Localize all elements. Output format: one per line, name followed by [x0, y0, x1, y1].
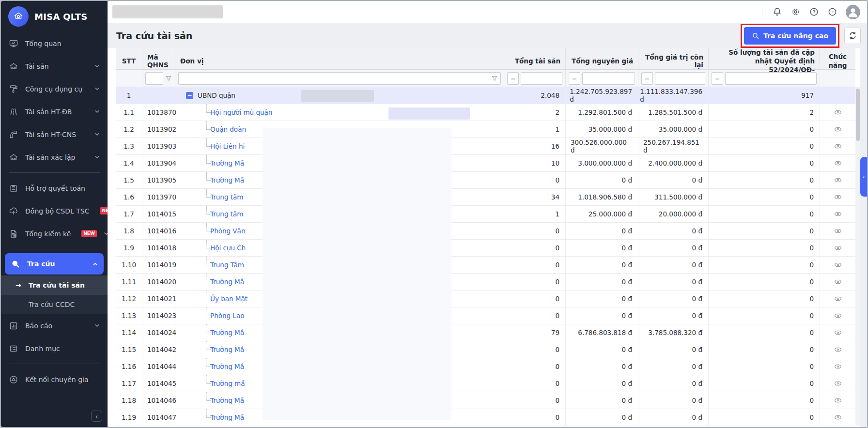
sidebar-item-tai-san[interactable]: Tài sản — [1, 55, 108, 77]
filter-funnel-icon[interactable] — [165, 75, 172, 82]
unit-link[interactable]: Trường Mầ — [210, 329, 244, 336]
expand-panel-handle[interactable]: ‹ — [860, 157, 867, 197]
view-detail-eye-button[interactable] — [833, 226, 843, 236]
sidebar-item-ket-noi-chuyen-gia[interactable]: Kết nối chuyên gia — [1, 368, 108, 391]
filter-operator-dropdown[interactable]: = — [641, 72, 653, 85]
filter-tong-tai-san-input[interactable] — [521, 72, 562, 85]
view-detail-eye-button[interactable] — [833, 260, 843, 270]
sidebar-item-cong-cu-dung-cu[interactable]: Công cụ dụng cụ — [1, 77, 108, 100]
view-detail-eye-button[interactable] — [833, 276, 843, 287]
table-row[interactable]: 1.61013970Trung tâm341.018.906.580 đ311.… — [116, 189, 855, 206]
settings-gear-icon[interactable] — [790, 7, 801, 17]
sidebar-collapse-button[interactable]: ‹ — [91, 411, 102, 422]
unit-link[interactable]: Trường Mầ — [210, 278, 244, 286]
user-avatar[interactable] — [846, 5, 860, 19]
sidebar-item-tong-kiem-ke[interactable]: Tổng kiểm kêNEW — [1, 222, 108, 245]
doc-icon — [9, 229, 18, 239]
sidebar-subitem-tra-cuu-ccdc[interactable]: Tra cứu CCDC — [1, 295, 108, 314]
table-row[interactable]: 1.141014024Trường Mầ796.786.803.818 đ3.7… — [116, 324, 855, 341]
table-row[interactable]: 1.151014042Trường Mầ00 đ0 đ0 — [116, 341, 855, 358]
unit-link[interactable]: Hội cựu Ch — [210, 244, 246, 252]
view-detail-eye-button[interactable] — [833, 395, 843, 406]
filter-operator-dropdown[interactable]: = — [507, 72, 519, 85]
sidebar-item-tai-san-xac-lap[interactable]: Tài sản xác lập — [1, 146, 108, 168]
filter-operator-dropdown[interactable]: = — [569, 72, 580, 85]
collapse-node-icon[interactable]: − — [186, 92, 193, 99]
cell-ma-qhns: 1014024 — [142, 324, 175, 341]
sidebar-item-dong-bo-csdl-tsc[interactable]: Đồng bộ CSDL TSCNEW — [1, 199, 108, 222]
unit-link[interactable]: Hội người mù quận — [210, 108, 272, 116]
table-row[interactable]: 1.81014016Phòng Văn00 đ0 đ0 — [116, 223, 855, 240]
unit-link[interactable]: Trường Mầ — [210, 176, 244, 184]
filter-operator-dropdown[interactable]: = — [712, 72, 723, 85]
unit-link[interactable]: Trường mầ — [210, 380, 245, 387]
sidebar-item-bao-cao[interactable]: Báo cáo — [1, 314, 108, 337]
unit-link[interactable]: Hội Liên hi — [210, 142, 245, 150]
view-detail-eye-button[interactable] — [833, 141, 843, 152]
sidebar-item-ho-tro-quyet-toan[interactable]: Hỗ trợ quyết toán — [1, 177, 108, 199]
sidebar-item-tai-san-ht-db[interactable]: Tài sản HT-ĐB — [1, 100, 108, 123]
table-row[interactable]: 1.111014020Trường Mầ00 đ0 đ0 — [116, 274, 855, 290]
table-row[interactable]: 1.91014018Hội cựu Ch00 đ0 đ0 — [116, 240, 855, 257]
unit-link[interactable]: Phòng Lao — [210, 312, 244, 320]
sidebar-item-danh-muc[interactable]: Danh mục — [1, 337, 108, 360]
view-detail-eye-button[interactable] — [833, 158, 843, 168]
view-detail-eye-button[interactable] — [833, 175, 843, 185]
filter-tong-nguyen-gia-input[interactable] — [582, 72, 635, 85]
view-detail-eye-button[interactable] — [833, 378, 843, 389]
app-logo[interactable]: MISA QLTS — [1, 1, 108, 32]
filter-funnel-icon[interactable] — [491, 75, 498, 82]
view-detail-eye-button[interactable] — [833, 243, 843, 253]
unit-link[interactable]: Quận đoàn — [210, 125, 246, 133]
view-detail-eye-button[interactable] — [833, 124, 843, 135]
unit-link[interactable]: Trường Mầ — [210, 413, 244, 421]
refresh-button[interactable] — [844, 28, 861, 44]
table-row[interactable]: 1.51013905Trường Mầ00 đ0 đ0 — [116, 172, 855, 189]
filter-so-luong-input[interactable] — [725, 72, 817, 85]
table-row[interactable]: 1.71014015Trung tâm125.000.000 đ20.000.0… — [116, 206, 855, 223]
table-row[interactable]: 1.171014045Trường mầ00 đ0 đ0 — [116, 375, 855, 392]
table-row[interactable]: 1.191014047Trường Mầ00 đ0 đ0 — [116, 409, 855, 426]
unit-link[interactable]: Trung Tâm — [210, 261, 244, 269]
unit-link[interactable]: Ủy ban Mặt — [210, 295, 248, 303]
view-detail-eye-button[interactable] — [833, 412, 843, 423]
sidebar-item-tra-cuu[interactable]: Tra cứu — [5, 253, 104, 275]
view-detail-eye-button[interactable] — [833, 293, 843, 304]
table-row[interactable]: 1.121014021Ủy ban Mặt00 đ0 đ0 — [116, 290, 855, 307]
advanced-search-button[interactable]: Tra cứu nâng cao — [744, 27, 836, 45]
more-options-icon[interactable] — [827, 7, 837, 17]
unit-link[interactable]: Trung tâm — [210, 193, 244, 201]
table-row[interactable]: 1.131014023Phòng Lao00 đ0 đ0 — [116, 307, 855, 324]
table-row[interactable]: 1.21013902Quận đoàn135.000.000 đ35.000.0… — [116, 121, 855, 138]
unit-link[interactable]: Trường Mầ — [210, 397, 244, 404]
view-detail-eye-button[interactable] — [833, 344, 843, 355]
filter-gia-tri-con-lai-input[interactable] — [655, 72, 705, 85]
unit-link[interactable]: Trường Mầ — [210, 346, 244, 353]
sidebar-item-tai-san-ht-cns[interactable]: Tài sản HT-CNS — [1, 123, 108, 146]
filter-don-vi-input[interactable] — [178, 72, 501, 85]
sidebar-item-tong-quan[interactable]: Tổng quan — [1, 32, 108, 55]
view-detail-eye-button[interactable] — [833, 327, 843, 338]
notification-bell-icon[interactable] — [772, 7, 782, 17]
filter-ma-qhns-input[interactable] — [145, 72, 163, 85]
table-row[interactable]: 1.31013903Hội Liên hi16300.526.000.000 đ… — [116, 138, 855, 155]
unit-link[interactable]: Trung tâm — [210, 210, 244, 218]
table-row[interactable]: 1−UBND quận2.0481.242.705.923.897 đ1.111… — [116, 87, 855, 104]
table-row[interactable]: 1.41013904Trường Mầ103.000.000.000 đ2.40… — [116, 155, 855, 172]
view-detail-eye-button[interactable] — [833, 107, 843, 118]
help-icon[interactable] — [809, 7, 819, 17]
unit-link[interactable]: Trường Mầ — [210, 159, 244, 167]
vertical-scrollbar-thumb[interactable] — [856, 89, 860, 141]
table-row[interactable]: 1.161014044Trường Mầ00 đ0 đ0 — [116, 358, 855, 375]
unit-link[interactable]: Phòng Văn — [210, 227, 245, 235]
view-detail-eye-button[interactable] — [833, 209, 843, 219]
cell-stt: 1.4 — [116, 155, 142, 171]
view-detail-eye-button[interactable] — [833, 361, 843, 372]
view-detail-eye-button[interactable] — [833, 192, 843, 202]
table-row[interactable]: 1.11013870Hội người mù quận21.292.801.50… — [116, 104, 855, 121]
sidebar-subitem-tra-cuu-tai-san[interactable]: →Tra cứu tài sản — [1, 275, 108, 295]
table-row[interactable]: 1.181014046Trường Mầ00 đ0 đ0 — [116, 392, 855, 409]
unit-link[interactable]: Trường Mầ — [210, 363, 244, 370]
view-detail-eye-button[interactable] — [833, 310, 843, 321]
table-row[interactable]: 1.101014019Trung Tâm00 đ0 đ0 — [116, 257, 855, 274]
